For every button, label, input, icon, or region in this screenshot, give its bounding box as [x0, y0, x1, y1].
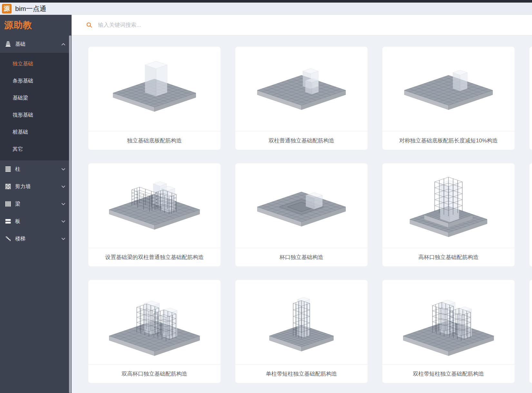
model-card[interactable]: 单柱带短柱独立基础配筋构造 [235, 280, 368, 383]
sidebar-subitem[interactable]: 基础梁 [0, 90, 72, 107]
card-thumbnail-stepped-tall-cage [382, 163, 515, 248]
model-card[interactable]: 双高杯口独立基础配筋构造 [88, 280, 221, 383]
chevron-down-icon[interactable] [61, 219, 66, 224]
model-card-clipped[interactable] [529, 163, 532, 266]
sidebar-subitem[interactable]: 条形基础 [0, 72, 72, 90]
card-thumbnail-slab-single-column-cage [235, 280, 368, 365]
sidebar-menu: 基础独立基础条形基础基础梁筏形基础桩基础其它柱剪力墙梁板楼梯 [0, 35, 72, 247]
sidebar-item-label: 剪力墙 [15, 183, 61, 190]
sidebar-item-label: 楼梯 [15, 235, 61, 242]
sidebar-item-shear-wall[interactable]: 剪力墙 [0, 178, 72, 195]
sidebar-subitem-label: 桩基础 [13, 129, 28, 136]
model-card[interactable]: 高杯口独立基础配筋构造 [382, 163, 515, 266]
main-area: 独立基础底板配筋构造双柱普通独立基础配筋构造对称独立基础底板配筋长度减短10%构… [72, 15, 532, 393]
model-card[interactable]: 双柱带短柱独立基础配筋构造 [382, 280, 515, 383]
model-card[interactable]: 设置基础梁的双柱普通独立基础配筋构造 [88, 163, 221, 266]
app-header: 源 bim一点通 [0, 3, 532, 15]
stairs-icon [5, 235, 12, 242]
content-area: 独立基础底板配筋构造双柱普通独立基础配筋构造对称独立基础底板配筋长度减短10%构… [72, 35, 532, 393]
search-input[interactable] [97, 22, 324, 29]
sidebar-scrollbar[interactable] [69, 35, 71, 393]
sidebar-item-beam[interactable]: 梁 [0, 195, 72, 213]
app-title: bim一点通 [15, 4, 46, 13]
card-caption: 杯口独立基础构造 [235, 248, 368, 266]
sidebar-subitem-label: 独立基础 [13, 61, 33, 67]
sidebar-item-stairs[interactable]: 楼梯 [0, 230, 72, 247]
card-thumbnail-slab-one-ghost-column [382, 47, 515, 131]
search-bar [72, 15, 532, 35]
slab-icon [5, 218, 12, 225]
sidebar-subitem-label: 条形基础 [13, 78, 33, 84]
sidebar-item-label: 柱 [15, 166, 61, 173]
sidebar-subitem-label: 基础梁 [13, 95, 28, 101]
card-caption: 双柱普通独立基础配筋构造 [235, 131, 368, 150]
card-caption: 双柱带短柱独立基础配筋构造 [382, 365, 515, 383]
card-thumbnail-slab-tall-ghost-column [88, 47, 221, 131]
chevron-down-icon[interactable] [61, 236, 66, 241]
model-card-clipped[interactable] [529, 280, 532, 383]
card-thumbnail-slab-two-tall-cages [88, 280, 221, 365]
sidebar-subitem[interactable]: 筏形基础 [0, 107, 72, 124]
card-caption: 双高杯口独立基础配筋构造 [88, 365, 221, 383]
model-card[interactable]: 对称独立基础底板配筋长度减短10%构造 [382, 47, 515, 150]
foundation-icon [5, 41, 12, 48]
sidebar-subitem-label: 其它 [13, 146, 23, 153]
model-card[interactable]: 杯口独立基础构造 [235, 163, 368, 266]
card-thumbnail-slab-two-ghost-columns [235, 47, 368, 131]
chevron-up-icon[interactable] [61, 42, 66, 47]
brand-logo: 源助教 [0, 15, 72, 35]
sidebar-subitem[interactable]: 其它 [0, 141, 72, 158]
card-caption: 对称独立基础底板配筋长度减短10%构造 [382, 131, 515, 150]
search-icon [86, 22, 93, 29]
window-top-strip [0, 0, 532, 3]
card-caption: 高杯口独立基础配筋构造 [382, 248, 515, 266]
sidebar: 源助教 基础独立基础条形基础基础梁筏形基础桩基础其它柱剪力墙梁板楼梯 [0, 15, 72, 393]
sidebar-item-column[interactable]: 柱 [0, 160, 72, 178]
chevron-down-icon[interactable] [61, 184, 66, 189]
sidebar-item-label: 梁 [15, 201, 61, 207]
sidebar-subitem[interactable]: 桩基础 [0, 124, 72, 141]
sidebar-item-slab[interactable]: 板 [0, 213, 72, 230]
sidebar-item-foundation[interactable]: 基础 [0, 35, 72, 53]
card-caption: 独立基础底板配筋构造 [88, 131, 221, 150]
model-card[interactable]: 独立基础底板配筋构造 [88, 47, 221, 150]
card-thumbnail-slab-cup-recess [235, 163, 368, 248]
card-grid: 独立基础底板配筋构造双柱普通独立基础配筋构造对称独立基础底板配筋长度减短10%构… [88, 47, 532, 383]
sidebar-item-label: 基础 [15, 41, 61, 48]
sidebar-subitem-active[interactable]: 独立基础 [0, 55, 72, 72]
shear-wall-icon [5, 183, 12, 190]
card-caption: 设置基础梁的双柱普通独立基础配筋构造 [88, 248, 221, 266]
card-caption: 单柱带短柱独立基础配筋构造 [235, 365, 368, 383]
logo-glyph: 源 [4, 5, 10, 13]
sidebar-subitem-label: 筏形基础 [13, 112, 33, 119]
beam-icon [5, 200, 12, 207]
chevron-down-icon[interactable] [61, 202, 66, 206]
app-logo: 源 [2, 4, 12, 14]
model-card-clipped[interactable] [529, 47, 532, 150]
sidebar-submenu: 独立基础条形基础基础梁筏形基础桩基础其它 [0, 53, 72, 160]
column-icon [5, 166, 12, 173]
sidebar-item-label: 板 [15, 218, 61, 225]
chevron-down-icon[interactable] [61, 167, 66, 172]
model-card[interactable]: 双柱普通独立基础配筋构造 [235, 47, 368, 150]
card-thumbnail-slab-two-rebar-cages [88, 163, 221, 248]
card-thumbnail-slab-two-column-cages [382, 280, 515, 365]
